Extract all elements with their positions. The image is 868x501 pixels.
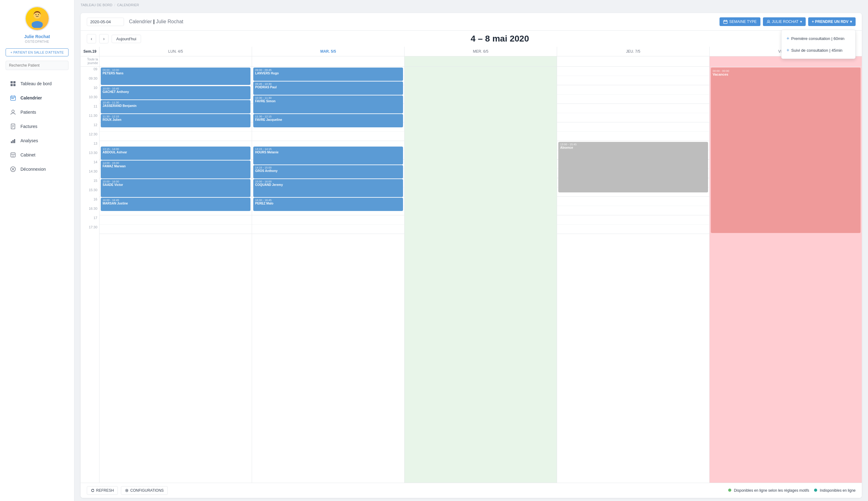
svg-rect-20 <box>11 141 12 143</box>
apt-mar-perez[interactable]: 16:00 - 16:45 PEREZ Malo <box>253 198 403 211</box>
svg-rect-7 <box>11 84 13 86</box>
svg-point-34 <box>126 490 127 491</box>
today-button[interactable]: Aujourd'hui <box>112 35 141 43</box>
time-1230: 12:30 <box>81 132 99 141</box>
apt-lun-saade[interactable]: 15:00 - 16:00 SAADE Victor <box>101 179 251 197</box>
search-input[interactable] <box>6 61 68 70</box>
all-day-mar[interactable] <box>252 56 404 66</box>
all-day-label: Toute lajournée <box>81 56 99 66</box>
apt-lun-marsan[interactable]: 16:00 - 16:45 MARSAN Justine <box>101 198 251 211</box>
plus-icon-1: + <box>786 36 789 41</box>
rdv-dropdown: + Première consultation | 60min + Suivi … <box>781 30 856 59</box>
legend-dot-available <box>728 489 731 492</box>
day-mer-slots <box>404 67 557 234</box>
all-day-jeu[interactable] <box>557 56 709 66</box>
legend-dot-unavailable <box>814 489 817 492</box>
apt-mar-favre-jacq[interactable]: 11:30 - 12:15 FAVRE Jacqueline <box>253 114 403 127</box>
add-patient-button[interactable]: + PATIENT EN SALLE D'ATTENTE <box>6 48 68 56</box>
sidebar-item-patients[interactable]: Patients <box>3 105 71 119</box>
day-col-mer[interactable] <box>404 67 557 483</box>
sidebar-item-analyses[interactable]: Analyses <box>3 134 71 148</box>
sidebar-item-factures[interactable]: Factures <box>3 120 71 133</box>
apt-mar-poidras[interactable]: 09:45 - 10:30 POIDRAS Paul <box>253 82 403 95</box>
calendar-header: Calendrier | Julie Rochat SEMAINE TYPE <box>81 13 862 31</box>
time-12: 12 <box>81 122 99 132</box>
avatar <box>25 6 50 31</box>
apt-lun-peters[interactable]: 09:00 - 10:00 PETERS Nans <box>101 67 251 85</box>
day-col-ven[interactable]: 00:00 - 00:00 Vacances <box>709 67 862 483</box>
svg-rect-14 <box>13 98 14 99</box>
apt-jeu-absence[interactable]: 13:00 - 15:45 Absence <box>558 142 708 192</box>
prendre-rdv-button[interactable]: + PRENDRE UN RDV ▾ <box>808 17 856 26</box>
apt-mar-coquand[interactable]: 15:00 - 16:00 COQUAND Jeremy <box>253 179 403 197</box>
apt-lun-roux[interactable]: 11:30 - 12:15 ROUX Julien <box>101 114 251 127</box>
time-15: 15 <box>81 178 99 188</box>
svg-point-4 <box>38 14 39 15</box>
time-1530: 15:30 <box>81 188 99 197</box>
sidebar: Julie Rochat OSTÉOPATHE + PATIENT EN SAL… <box>0 0 74 501</box>
time-1630: 16:30 <box>81 206 99 215</box>
apt-mar-hours[interactable]: 13:15 - 14:15 HOURS Melanie <box>253 147 403 164</box>
day-col-mar[interactable]: 09:00 - 09:45 LANVERS Hugo 09:45 - 10:30… <box>252 67 404 483</box>
sidebar-item-calendrier[interactable]: Calendrier <box>3 91 71 105</box>
svg-point-3 <box>35 14 36 15</box>
day-col-jeu[interactable]: 13:00 - 15:45 Absence <box>557 67 709 483</box>
nav-label-analyses: Analyses <box>20 138 38 143</box>
user-role: OSTÉOPATHE <box>25 40 49 43</box>
gear-icon <box>125 489 129 492</box>
svg-rect-22 <box>14 139 15 143</box>
configurations-button[interactable]: CONFIGURATIONS <box>121 486 168 495</box>
header-actions: SEMAINE TYPE JULIE ROCHAT ▾ + PRENDRE UN… <box>720 17 856 26</box>
day-col-lun[interactable]: 09:00 - 10:00 PETERS Nans 10:00 - 10:45 … <box>99 67 252 483</box>
dropdown-item-suivi[interactable]: + Suivi de consultation | 45min <box>782 44 855 56</box>
apt-mar-gros[interactable]: 14:15 - 15:00 GROS Anthony <box>253 165 403 179</box>
apt-lun-abdoul[interactable]: 13:15 - 14:00 ABDOUL Ashvar <box>101 147 251 160</box>
apt-lun-fawaz[interactable]: 14:00 - 15:00 FAWAZ Marwan <box>101 160 251 179</box>
all-day-lun[interactable] <box>99 56 252 66</box>
time-body: 09 09:30 10 10:30 11 11:30 12 12:30 13 1… <box>81 67 862 483</box>
refresh-button[interactable]: REFRESH <box>87 486 118 495</box>
doctor-select-button[interactable]: JULIE ROCHAT ▾ <box>763 17 806 26</box>
svg-rect-6 <box>13 81 15 83</box>
calendar-footer: REFRESH CONFIGURATIONS Disponibles en li… <box>81 483 862 498</box>
time-09: 09 <box>81 67 99 76</box>
nav-items: Tableau de bord Calendrier <box>0 76 74 177</box>
time-labels: 09 09:30 10 10:30 11 11:30 12 12:30 13 1… <box>81 67 99 483</box>
avatar-image <box>26 7 49 30</box>
apt-mar-favre-simon[interactable]: 10:30 - 11:30 FAVRE Simon <box>253 95 403 114</box>
main-content: TABLEAU DE BORD / CALENDRIER Calendrier … <box>74 0 868 501</box>
nav-label-factures: Factures <box>20 124 37 129</box>
all-day-mer[interactable] <box>404 56 557 66</box>
time-1330: 13:30 <box>81 150 99 160</box>
apt-lun-gachet[interactable]: 10:00 - 10:45 GACHET Anthony <box>101 86 251 99</box>
close-icon <box>9 166 17 173</box>
breadcrumb-item-1: TABLEAU DE BORD <box>81 3 113 7</box>
semaine-type-button[interactable]: SEMAINE TYPE <box>720 17 760 26</box>
sidebar-item-cabinet[interactable]: Cabinet <box>3 148 71 162</box>
apt-ven-vacances[interactable]: 00:00 - 00:00 Vacances <box>711 67 860 233</box>
plus-icon-2: + <box>786 47 789 53</box>
sidebar-item-deconnexion[interactable]: Déconnexion <box>3 162 71 176</box>
nav-label-deconnexion: Déconnexion <box>20 167 46 172</box>
time-10: 10 <box>81 85 99 95</box>
dropdown-item-premiere[interactable]: + Première consultation | 60min <box>782 33 855 44</box>
prev-week-button[interactable]: ‹ <box>87 34 96 43</box>
all-day-row: Toute lajournée <box>81 56 862 67</box>
apt-lun-jasserand[interactable]: 10:45 - 11:30 JASSERAND Benjamin <box>101 100 251 114</box>
day-lun-slots: 09:00 - 10:00 PETERS Nans 10:00 - 10:45 … <box>99 67 252 234</box>
breadcrumb: TABLEAU DE BORD / CALENDRIER <box>74 0 868 10</box>
chart-icon <box>9 137 17 145</box>
svg-rect-29 <box>723 20 727 23</box>
footer-legend: Disponibles en ligne selon les réglages … <box>728 488 856 493</box>
date-input[interactable] <box>87 18 124 26</box>
svg-rect-21 <box>12 140 14 143</box>
next-week-button[interactable]: › <box>99 34 108 43</box>
time-1030: 10:30 <box>81 95 99 104</box>
sidebar-item-tableau[interactable]: Tableau de bord <box>3 77 71 90</box>
user-name: Julie Rochat <box>24 34 50 39</box>
nav-label-tableau: Tableau de bord <box>20 81 52 86</box>
time-1730: 17:30 <box>81 225 99 234</box>
apt-mar-lanvers[interactable]: 09:00 - 09:45 LANVERS Hugo <box>253 67 403 81</box>
svg-rect-8 <box>13 84 15 86</box>
calendar-grid: Sem.19 LUN. 4/5 MAR. 5/5 MER. 6/5 JEU. 7… <box>81 47 862 483</box>
